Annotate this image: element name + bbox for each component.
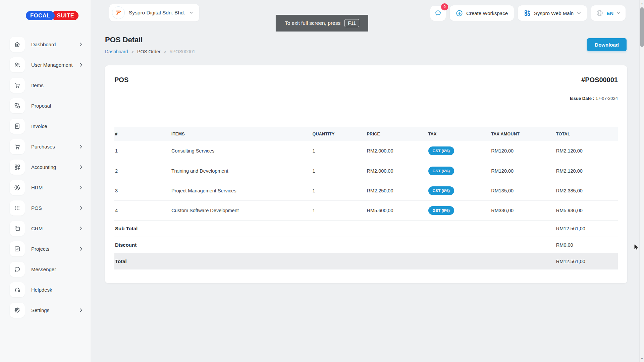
- sidebar-item-hrm[interactable]: HRM: [0, 180, 91, 195]
- chevron-right-icon: [79, 42, 83, 47]
- breadcrumb-item[interactable]: POS Order: [137, 49, 160, 54]
- cell-item: Project Management Services: [171, 181, 312, 200]
- breadcrumb-separator: >: [164, 49, 166, 54]
- summary-value: RM12.561,00: [555, 220, 618, 237]
- sidebar-item-settings[interactable]: Settings: [0, 303, 91, 318]
- page-title: POS Detail: [105, 36, 143, 44]
- check-square-icon: [10, 241, 25, 256]
- chevron-right-icon: [79, 247, 83, 251]
- sidebar-item-label: Accounting: [31, 164, 79, 170]
- sidebar-nav: DashboardUser ManagementItemsProposalInv…: [0, 37, 91, 318]
- items-table: #ITEMSQUANTITYPRICETAXTAX AMOUNTTOTAL 1C…: [114, 127, 618, 269]
- table-row: 2Training and Development1RM2.000,00GST …: [114, 161, 618, 181]
- sidebar-item-label: CRM: [31, 226, 79, 231]
- sidebar-item-proposal[interactable]: Proposal: [0, 98, 91, 113]
- language-selector[interactable]: EN: [591, 5, 626, 21]
- document-number: #POS00001: [581, 76, 618, 84]
- summary-label: Total: [114, 253, 555, 269]
- plus-circle-icon: [456, 10, 463, 17]
- table-row: 3Project Management Services1RM2.250,00G…: [114, 181, 618, 200]
- scrollbar-thumb[interactable]: [640, 7, 644, 47]
- column-header: #: [114, 127, 171, 141]
- summary-value: RM0,00: [555, 237, 618, 253]
- cell-index: 3: [114, 181, 171, 200]
- cell-tax-amount: RM135,00: [490, 181, 555, 200]
- table-row: 1Consulting Services1RM2.000,00GST (6%)R…: [114, 141, 618, 161]
- scroll-up-arrow-icon[interactable]: ▲: [640, 1, 644, 6]
- table-header: #ITEMSQUANTITYPRICETAXTAX AMOUNTTOTAL: [114, 127, 618, 141]
- summary-value: RM12.561,00: [555, 253, 618, 269]
- sidebar-item-invoice[interactable]: Invoice: [0, 119, 91, 134]
- sidebar-item-purchases[interactable]: Purchases: [0, 139, 91, 154]
- breadcrumb-separator: >: [131, 49, 134, 54]
- breadcrumb: Dashboard>POS Order>#POS00001: [105, 49, 195, 54]
- company-logo-icon: [112, 6, 125, 19]
- tax-badge: GST (6%): [428, 167, 454, 175]
- sidebar-item-projects[interactable]: Projects: [0, 241, 91, 256]
- chevron-right-icon: [79, 206, 83, 210]
- tax-badge: GST (6%): [428, 146, 454, 155]
- cell-price: RM2.000,00: [366, 141, 427, 161]
- column-header: TAX: [428, 127, 491, 141]
- chevron-right-icon: [79, 144, 83, 149]
- document-icon: [10, 119, 25, 134]
- home-icon: [10, 37, 25, 52]
- cell-index: 2: [114, 161, 171, 181]
- sidebar-item-user-management[interactable]: User Management: [0, 57, 91, 72]
- issue-date: Issue Date : 17-07-2024: [114, 96, 618, 101]
- chevron-right-icon: [79, 165, 83, 169]
- summary-label: Sub Total: [114, 220, 555, 237]
- cell-tax: GST (6%): [428, 141, 491, 161]
- column-header: TAX AMOUNT: [490, 127, 555, 141]
- summary-row-discount: DiscountRM0,00: [114, 237, 618, 253]
- messages-button[interactable]: 0: [430, 6, 446, 21]
- create-workspace-button[interactable]: Create Workspace: [450, 5, 514, 21]
- sidebar-item-accounting[interactable]: Accounting: [0, 160, 91, 175]
- scroll-down-arrow-icon[interactable]: ▼: [640, 356, 644, 361]
- download-button[interactable]: Download: [587, 38, 627, 51]
- chevron-right-icon: [79, 63, 83, 67]
- toast-text: To exit full screen, press: [285, 20, 340, 26]
- table-body: 1Consulting Services1RM2.000,00GST (6%)R…: [114, 141, 618, 269]
- document-header: POS #POS00001: [114, 65, 618, 84]
- cell-quantity: 1: [312, 141, 366, 161]
- summary-row-sub-total: Sub TotalRM12.561,00: [114, 220, 618, 237]
- breadcrumb-item: #POS00001: [170, 49, 195, 54]
- create-workspace-label: Create Workspace: [466, 10, 508, 16]
- cart-icon: [10, 78, 25, 93]
- column-header: ITEMS: [171, 127, 312, 141]
- chevron-right-icon: [79, 308, 83, 312]
- company-selector[interactable]: Syspro Digital Sdn. Bhd.: [109, 4, 199, 21]
- sidebar-item-label: HRM: [31, 185, 79, 190]
- pos-document-card: POS #POS00001 Issue Date : 17-07-2024 #I…: [105, 65, 627, 283]
- grid-plus-icon: [10, 160, 25, 175]
- cell-quantity: 1: [312, 200, 366, 220]
- sidebar-item-helpdesk[interactable]: Helpdesk: [0, 282, 91, 297]
- sidebar-item-label: POS: [31, 205, 79, 211]
- cell-index: 4: [114, 200, 171, 220]
- company-name: Syspro Digital Sdn. Bhd.: [129, 10, 185, 16]
- cell-price: RM2.250,00: [366, 181, 427, 200]
- logo-suite: SUITE: [51, 11, 79, 20]
- sidebar-item-messenger[interactable]: Messenger: [0, 262, 91, 277]
- issue-date-value: 17-07-2024: [596, 96, 618, 101]
- sidebar-item-pos[interactable]: POS: [0, 200, 91, 216]
- sidebar-item-items[interactable]: Items: [0, 78, 91, 93]
- issue-date-label: Issue Date :: [570, 96, 594, 101]
- cell-tax: GST (6%): [428, 161, 491, 181]
- cell-tax-amount: RM336,00: [490, 200, 555, 220]
- summary-label: Discount: [114, 237, 555, 253]
- workspace-selector[interactable]: Syspro Web Main: [518, 5, 587, 21]
- cell-price: RM2.000,00: [366, 161, 427, 181]
- chat-icon: [434, 9, 442, 17]
- sidebar-item-dashboard[interactable]: Dashboard: [0, 37, 91, 52]
- workspace-grid-icon: [524, 10, 531, 16]
- sidebar-item-crm[interactable]: CRM: [0, 221, 91, 236]
- breadcrumb-item[interactable]: Dashboard: [105, 49, 128, 54]
- cell-total: RM2.120,00: [555, 161, 618, 181]
- chat-bubble-icon: [10, 262, 25, 277]
- summary-row-total: TotalRM12.561,00: [114, 253, 618, 269]
- column-header: QUANTITY: [312, 127, 366, 141]
- cell-index: 1: [114, 141, 171, 161]
- cell-tax-amount: RM120,00: [490, 161, 555, 181]
